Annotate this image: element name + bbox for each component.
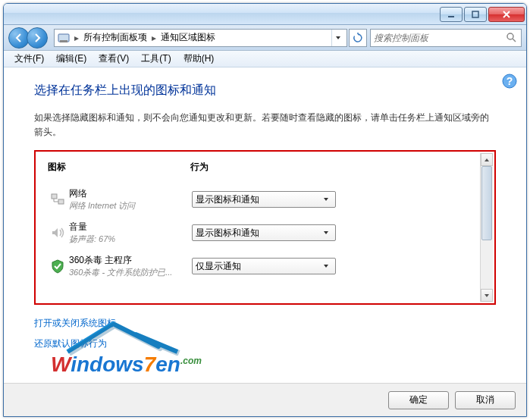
nav-forward-button[interactable] xyxy=(27,27,48,49)
refresh-button[interactable] xyxy=(349,29,367,47)
address-path[interactable]: ▸ 所有控制面板项 ▸ 通知区域图标 xyxy=(54,29,347,47)
row-title: 360杀毒 主程序 xyxy=(69,254,192,267)
minimize-button[interactable] xyxy=(440,7,463,22)
ok-button[interactable]: 确定 xyxy=(388,391,449,409)
menu-tools[interactable]: 工具(T) xyxy=(135,51,177,67)
control-panel-icon xyxy=(58,32,70,44)
svg-rect-3 xyxy=(60,40,67,42)
shield-icon xyxy=(46,259,69,274)
page-description: 如果选择隐藏图标和通知，则不会向您通知更改和更新。若要随时查看隐藏的图标，请单击… xyxy=(34,111,496,139)
help-icon[interactable]: ? xyxy=(502,74,517,89)
combo-value: 显示图标和通知 xyxy=(196,193,320,206)
svg-rect-0 xyxy=(448,16,454,17)
combo-value: 显示图标和通知 xyxy=(196,227,320,240)
chevron-right-icon: ▸ xyxy=(73,30,80,46)
icon-list-frame: 图标 行为 网络 网络 Internet 访问 显示图标和通知 xyxy=(34,150,496,305)
menu-file[interactable]: 文件(F) xyxy=(8,51,50,67)
scroll-thumb[interactable] xyxy=(481,166,492,240)
svg-text:?: ? xyxy=(506,75,513,87)
address-bar: ▸ 所有控制面板项 ▸ 通知区域图标 xyxy=(4,25,526,51)
row-subtitle: 网络 Internet 访问 xyxy=(69,200,192,212)
close-button[interactable] xyxy=(488,7,525,22)
menu-edit[interactable]: 编辑(E) xyxy=(50,51,93,67)
behavior-select-network[interactable]: 显示图标和通知 xyxy=(192,191,336,208)
link-system-icons[interactable]: 打开或关闭系统图标 xyxy=(34,317,116,330)
header-icon-column: 图标 xyxy=(46,161,190,174)
svg-rect-7 xyxy=(52,194,57,199)
row-title: 网络 xyxy=(69,187,192,200)
combo-value: 仅显示通知 xyxy=(196,260,320,273)
volume-icon xyxy=(46,225,69,240)
dialog-footer: 确定 取消 xyxy=(4,383,526,416)
content-area: ? 选择在任务栏上出现的图标和通知 如果选择隐藏图标和通知，则不会向您通知更改和… xyxy=(4,67,526,380)
list-row-network: 网络 网络 Internet 访问 显示图标和通知 xyxy=(46,183,478,216)
page-title: 选择在任务栏上出现的图标和通知 xyxy=(34,83,496,99)
row-title: 音量 xyxy=(69,221,192,234)
row-subtitle: 扬声器: 67% xyxy=(69,234,192,245)
maximize-button[interactable] xyxy=(464,7,487,22)
header-action-column: 行为 xyxy=(190,161,478,174)
svg-point-4 xyxy=(507,33,513,39)
behavior-select-360[interactable]: 仅显示通知 xyxy=(192,258,336,274)
cancel-button[interactable]: 取消 xyxy=(455,391,516,409)
scroll-track[interactable] xyxy=(481,166,493,289)
list-row-volume: 音量 扬声器: 67% 显示图标和通知 xyxy=(46,216,478,249)
titlebar xyxy=(4,4,526,25)
menu-bar: 文件(F) 编辑(E) 查看(V) 工具(T) 帮助(H) xyxy=(4,51,526,67)
list-header: 图标 行为 xyxy=(46,158,478,183)
breadcrumb-all-items[interactable]: 所有控制面板项 xyxy=(80,30,150,46)
list-scrollbar[interactable] xyxy=(480,153,493,302)
search-input[interactable] xyxy=(374,33,506,43)
scroll-up-button[interactable] xyxy=(481,153,493,166)
search-box[interactable] xyxy=(370,29,522,47)
menu-view[interactable]: 查看(V) xyxy=(93,51,135,67)
behavior-select-volume[interactable]: 显示图标和通知 xyxy=(192,224,336,241)
chevron-down-icon xyxy=(320,230,332,236)
menu-help[interactable]: 帮助(H) xyxy=(177,51,221,67)
address-dropdown[interactable] xyxy=(331,30,343,46)
svg-rect-1 xyxy=(472,11,478,17)
row-subtitle: 360杀毒 - 文件系统防护已... xyxy=(69,267,192,278)
search-icon xyxy=(506,32,518,44)
control-panel-window: ▸ 所有控制面板项 ▸ 通知区域图标 文件(F) 编辑(E) 查看(V) 工具(… xyxy=(3,3,527,417)
chevron-down-icon xyxy=(320,263,332,269)
breadcrumb-notification-icons[interactable]: 通知区域图标 xyxy=(158,30,218,46)
link-restore-defaults[interactable]: 还原默认图标行为 xyxy=(34,337,107,350)
chevron-right-icon: ▸ xyxy=(150,30,158,46)
chevron-down-icon xyxy=(320,196,332,202)
scroll-down-button[interactable] xyxy=(481,289,493,302)
network-icon xyxy=(46,192,69,207)
svg-rect-8 xyxy=(58,199,64,204)
list-row-360: 360杀毒 主程序 360杀毒 - 文件系统防护已... 仅显示通知 xyxy=(46,249,478,283)
